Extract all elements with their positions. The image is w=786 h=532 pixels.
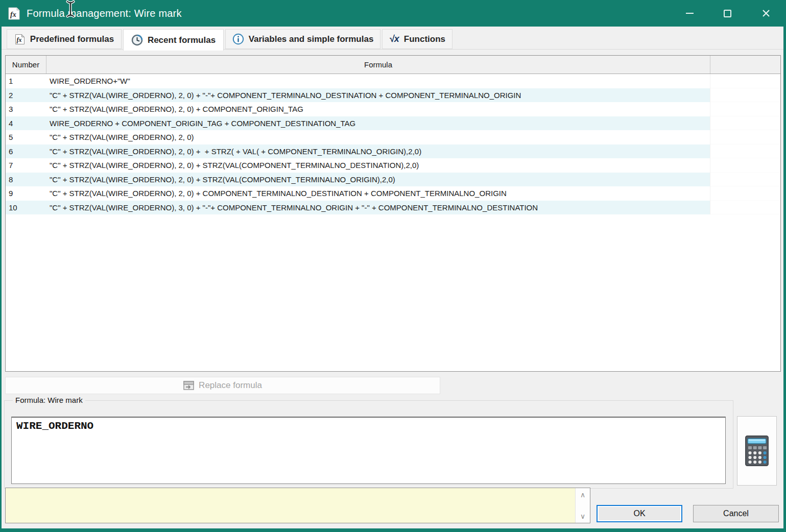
tab-predefined-formulas[interactable]: fx Predefined formulas <box>7 29 122 49</box>
row-formula: WIRE_ORDERNO+"W" <box>46 74 710 88</box>
message-box[interactable] <box>5 488 590 523</box>
row-formula: "C" + STRZ(VAL(WIRE_ORDERNO), 2, 0) + CO… <box>46 186 710 201</box>
replace-formula-button[interactable]: Replace formula <box>5 377 440 394</box>
table-row[interactable]: 4WIRE_ORDERNO + COMPONENT_ORIGIN_TAG + C… <box>6 116 780 131</box>
column-header-filler <box>710 56 780 74</box>
ok-button[interactable]: OK <box>597 505 682 522</box>
window-border-right <box>783 0 786 532</box>
row-filler <box>710 88 780 103</box>
window-title: Formula management: Wire mark <box>27 8 182 19</box>
row-number: 6 <box>6 144 46 159</box>
formula-groupbox-label: Formula: Wire mark <box>13 396 85 404</box>
tab-strip-divider <box>0 49 786 50</box>
cancel-button[interactable]: Cancel <box>693 505 779 522</box>
fx-document-icon: fx <box>14 34 26 45</box>
table-row[interactable]: 8"C" + STRZ(VAL(WIRE_ORDERNO), 2, 0) + S… <box>6 173 780 187</box>
minimize-button[interactable] <box>677 0 702 27</box>
table-header: Number Formula <box>6 56 780 74</box>
formula-input[interactable]: WIRE_ORDERNO <box>11 417 726 484</box>
column-header-number[interactable]: Number <box>6 56 46 74</box>
tab-functions[interactable]: √x Functions <box>382 29 452 49</box>
minimize-icon <box>686 13 694 14</box>
tab-label: Recent formulas <box>148 35 216 45</box>
row-number: 1 <box>6 74 46 88</box>
row-formula: "C" + STRZ(VAL(WIRE_ORDERNO), 2, 0) <box>46 130 710 144</box>
clock-icon <box>131 34 143 46</box>
table-row[interactable]: 3"C" + STRZ(VAL(WIRE_ORDERNO), 2, 0) + C… <box>6 102 780 116</box>
calculator-icon <box>745 436 769 466</box>
row-filler <box>710 158 780 173</box>
replace-formula-icon <box>183 381 194 390</box>
row-number: 8 <box>6 173 46 187</box>
app-fx-icon: fx <box>7 7 21 20</box>
message-box-scrollbar[interactable]: ∧ ∨ <box>575 488 590 523</box>
row-filler <box>710 186 780 201</box>
table-row[interactable]: 6"C" + STRZ(VAL(WIRE_ORDERNO), 2, 0) + +… <box>6 144 780 159</box>
row-filler <box>710 74 780 88</box>
svg-text:fx: fx <box>16 36 21 43</box>
window-border-bottom <box>0 528 786 532</box>
tab-recent-formulas[interactable]: Recent formulas <box>123 29 224 51</box>
tab-label: Predefined formulas <box>30 34 114 44</box>
row-formula: "C" + STRZ(VAL(WIRE_ORDERNO), 3, 0) + "-… <box>46 201 710 215</box>
formula-management-window: fx Formula management: Wire mark fx Pred <box>0 0 786 532</box>
row-filler <box>710 102 780 116</box>
formula-groupbox: Formula: Wire mark WIRE_ORDERNO <box>4 400 733 489</box>
sqrt-x-icon: √x <box>389 34 399 44</box>
row-filler <box>710 116 780 131</box>
maximize-icon <box>724 10 731 17</box>
row-number: 5 <box>6 130 46 144</box>
close-button[interactable] <box>754 0 778 27</box>
svg-text:fx: fx <box>10 11 16 18</box>
text-cursor-pointer <box>64 0 77 20</box>
table-row[interactable]: 7"C" + STRZ(VAL(WIRE_ORDERNO), 2, 0) + S… <box>6 158 780 173</box>
row-filler <box>710 130 780 144</box>
close-icon <box>761 9 771 18</box>
row-formula: WIRE_ORDERNO + COMPONENT_ORIGIN_TAG + CO… <box>46 116 710 131</box>
window-border-left <box>0 0 2 532</box>
scroll-up-icon[interactable]: ∧ <box>580 491 585 499</box>
row-number: 4 <box>6 116 46 131</box>
scroll-down-icon[interactable]: ∨ <box>580 512 585 520</box>
table-row[interactable]: 2"C" + STRZ(VAL(WIRE_ORDERNO), 2, 0) + "… <box>6 88 780 103</box>
formulas-table-body: 1WIRE_ORDERNO+"W"2"C" + STRZ(VAL(WIRE_OR… <box>6 74 780 214</box>
info-icon <box>232 33 244 45</box>
row-formula: "C" + STRZ(VAL(WIRE_ORDERNO), 2, 0) + CO… <box>46 102 710 116</box>
row-filler <box>710 201 780 215</box>
replace-formula-label: Replace formula <box>199 380 262 391</box>
column-header-formula[interactable]: Formula <box>46 56 710 74</box>
table-row[interactable]: 1WIRE_ORDERNO+"W" <box>6 74 780 88</box>
row-filler <box>710 144 780 159</box>
row-formula: "C" + STRZ(VAL(WIRE_ORDERNO), 2, 0) + ST… <box>46 158 710 173</box>
table-row[interactable]: 10"C" + STRZ(VAL(WIRE_ORDERNO), 3, 0) + … <box>6 201 780 215</box>
row-number: 10 <box>6 201 46 215</box>
tab-label: Variables and simple formulas <box>249 34 374 44</box>
row-number: 2 <box>6 88 46 103</box>
title-bar: fx Formula management: Wire mark <box>0 0 786 27</box>
table-row[interactable]: 5"C" + STRZ(VAL(WIRE_ORDERNO), 2, 0) <box>6 130 780 144</box>
formulas-table: Number Formula 1WIRE_ORDERNO+"W"2"C" + S… <box>5 55 781 372</box>
row-formula: "C" + STRZ(VAL(WIRE_ORDERNO), 2, 0) + "-… <box>46 88 710 103</box>
tab-variables-simple-formulas[interactable]: Variables and simple formulas <box>225 29 380 49</box>
row-number: 7 <box>6 158 46 173</box>
row-filler <box>710 173 780 187</box>
calculator-button[interactable] <box>737 416 777 486</box>
row-formula: "C" + STRZ(VAL(WIRE_ORDERNO), 2, 0) + ST… <box>46 173 710 187</box>
maximize-button[interactable] <box>715 0 740 27</box>
table-row[interactable]: 9"C" + STRZ(VAL(WIRE_ORDERNO), 2, 0) + C… <box>6 186 780 201</box>
tab-label: Functions <box>404 34 445 44</box>
row-formula: "C" + STRZ(VAL(WIRE_ORDERNO), 2, 0) + + … <box>46 144 710 159</box>
row-number: 3 <box>6 102 46 116</box>
row-number: 9 <box>6 186 46 201</box>
